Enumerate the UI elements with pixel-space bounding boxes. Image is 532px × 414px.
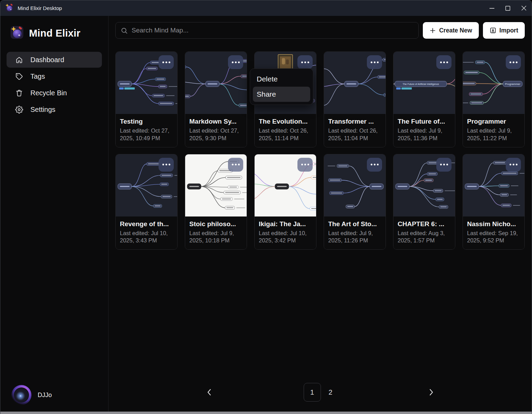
mindmap-thumbnail xyxy=(463,154,524,216)
card-menu-button[interactable] xyxy=(159,158,174,172)
card-menu-button[interactable] xyxy=(228,55,243,69)
mindmap-card[interactable]: The Art of Sto... Last edited: Jul 9, 20… xyxy=(324,154,386,250)
main-content: Create New Import Testing Last edited: O… xyxy=(108,16,532,414)
card-last-edited: Last edited: Jul 9, 2025, 11:22 PM xyxy=(467,127,520,142)
card-title: The Future of... xyxy=(398,118,451,125)
card-menu-button[interactable] xyxy=(436,55,452,69)
next-page-button[interactable] xyxy=(424,385,438,399)
mindmap-thumbnail xyxy=(116,52,177,114)
brand: Mind Elixir xyxy=(0,16,108,52)
card-menu-button[interactable] xyxy=(228,158,243,172)
card-title: CHAPTER 6: ... xyxy=(398,220,451,228)
mindmap-card[interactable]: Ikigai: The Ja... Last edited: Jul 10, 2… xyxy=(254,154,316,250)
minimize-button[interactable] xyxy=(484,0,500,16)
card-title: Programmer xyxy=(467,118,520,125)
brand-logo-icon xyxy=(10,26,24,41)
mindmap-card[interactable]: The Future of Artificial Intelligence Th… xyxy=(393,51,455,147)
sidebar-item-recycle-bin[interactable]: Recycle Bin xyxy=(7,85,102,101)
prev-page-button[interactable] xyxy=(202,385,216,399)
trash-icon xyxy=(15,89,23,97)
sidebar-item-label: Tags xyxy=(30,73,45,80)
search-input[interactable] xyxy=(132,27,414,34)
card-last-edited: Last edited: Aug 3, 2025, 1:57 PM xyxy=(398,230,451,245)
gear-icon xyxy=(15,105,23,114)
mindmap-thumbnail xyxy=(324,52,386,114)
titlebar: Mind Elixir Desktop xyxy=(0,0,532,16)
mindmap-grid: Testing Last edited: Oct 27, 2025, 10:49… xyxy=(115,51,525,250)
card-menu-button[interactable] xyxy=(297,158,313,172)
mindmap-card[interactable]: Markdown Sy... Last edited: Oct 27, 2025… xyxy=(185,51,247,147)
home-icon xyxy=(15,56,23,64)
search-bar[interactable] xyxy=(115,22,419,39)
tag-icon xyxy=(15,72,23,80)
mindmap-thumbnail xyxy=(185,52,247,114)
card-last-edited: Last edited: Sep 19, 2025, 9:52 PM xyxy=(467,230,520,245)
card-title: Testing xyxy=(120,118,173,125)
page-button-1[interactable]: 1 xyxy=(304,383,321,402)
card-last-edited: Last edited: Jul 9, 2025, 11:26 PM xyxy=(328,230,381,245)
sidebar-item-settings[interactable]: Settings xyxy=(7,102,102,117)
search-icon xyxy=(121,27,128,34)
mindmap-card[interactable]: Transformer ... Last edited: Oct 26, 202… xyxy=(324,51,386,147)
card-menu-button[interactable] xyxy=(506,158,521,172)
user-name: DJJo xyxy=(38,392,52,399)
card-title: The Art of Sto... xyxy=(328,220,381,228)
sidebar-item-tags[interactable]: Tags xyxy=(7,68,102,84)
card-menu-button[interactable] xyxy=(367,158,382,172)
sidebar-item-label: Settings xyxy=(30,106,55,114)
card-title: Markdown Sy... xyxy=(189,118,243,125)
mindmap-card[interactable]: Revenge of th... Last edited: Jul 10, 20… xyxy=(115,154,178,250)
maximize-button[interactable] xyxy=(500,0,516,16)
close-button[interactable] xyxy=(516,0,532,16)
card-last-edited: Last edited: Jul 9, 2025, 11:36 PM xyxy=(398,127,451,142)
card-title: Transformer ... xyxy=(328,118,381,125)
pagination: 12 xyxy=(202,383,438,402)
mindmap-thumbnail xyxy=(255,154,316,216)
card-title: Nassim Nicho... xyxy=(467,220,520,228)
mindmap-thumbnail xyxy=(393,154,455,216)
card-title: The Evolution... xyxy=(259,118,312,125)
mindmap-card[interactable]: Nassim Nicho... Last edited: Sep 19, 202… xyxy=(463,154,525,250)
card-menu-button[interactable] xyxy=(436,158,452,172)
mindmap-card[interactable]: CHAPTER 6: ... Last edited: Aug 3, 2025,… xyxy=(393,154,455,250)
card-last-edited: Last edited: Oct 26, 2025, 11:04 PM xyxy=(328,127,381,142)
app-window: Mind Elixir Desktop Mind Elixir Dashboar… xyxy=(0,0,532,414)
create-new-button[interactable]: Create New xyxy=(423,22,478,39)
context-menu-item-delete[interactable]: Delete xyxy=(253,71,310,87)
avatar xyxy=(11,385,31,405)
context-menu-item-share[interactable]: Share xyxy=(253,87,310,102)
mindmap-card[interactable]: Programmer Programmer Last edited: Jul 9… xyxy=(463,51,525,147)
mindmap-thumbnail xyxy=(324,154,386,216)
card-menu-button[interactable] xyxy=(297,55,313,69)
card-last-edited: Last edited: Oct 27, 2025, 9:30 PM xyxy=(189,127,243,142)
user-profile[interactable]: DJJo xyxy=(0,385,108,414)
card-menu-button[interactable] xyxy=(159,55,174,69)
card-menu-button[interactable] xyxy=(367,55,382,69)
card-title: Stoic philoso... xyxy=(189,220,243,228)
card-context-menu: DeleteShare xyxy=(250,68,313,105)
mindmap-thumbnail xyxy=(116,154,177,216)
app-logo-icon xyxy=(5,3,14,13)
card-last-edited: Last edited: Jul 9, 2025, 10:18 PM xyxy=(189,230,243,245)
svg-text:Programmer: Programmer xyxy=(505,83,521,86)
sidebar-item-label: Dashboard xyxy=(30,56,64,64)
svg-text:The Future of Artificial Intel: The Future of Artificial Intelligence xyxy=(402,83,439,86)
mindmap-card[interactable]: Testing Last edited: Oct 27, 2025, 10:49… xyxy=(115,51,178,147)
card-title: Revenge of th... xyxy=(120,220,173,228)
card-menu-button[interactable] xyxy=(506,55,521,69)
card-last-edited: Last edited: Jul 10, 2025, 3:43 PM xyxy=(120,230,173,245)
mindmap-thumbnail: The Future of Artificial Intelligence xyxy=(393,52,455,114)
sidebar-item-label: Recycle Bin xyxy=(30,89,67,97)
import-icon xyxy=(490,27,496,34)
sidebar: Mind Elixir Dashboard Tags Recycle Bin S… xyxy=(0,16,108,414)
mindmap-card[interactable]: Stoic philoso... Last edited: Jul 9, 202… xyxy=(185,154,247,250)
mindmap-thumbnail xyxy=(185,154,247,216)
brand-name: Mind Elixir xyxy=(29,28,80,39)
sidebar-item-dashboard[interactable]: Dashboard xyxy=(7,52,102,68)
card-last-edited: Last edited: Jul 10, 2025, 3:42 PM xyxy=(259,230,312,245)
mindmap-thumbnail: Programmer xyxy=(463,52,524,114)
page-button-2[interactable]: 2 xyxy=(324,383,337,402)
import-button[interactable]: Import xyxy=(483,22,525,39)
card-last-edited: Last edited: Oct 27, 2025, 10:49 PM xyxy=(120,127,173,142)
plus-icon xyxy=(429,27,436,34)
